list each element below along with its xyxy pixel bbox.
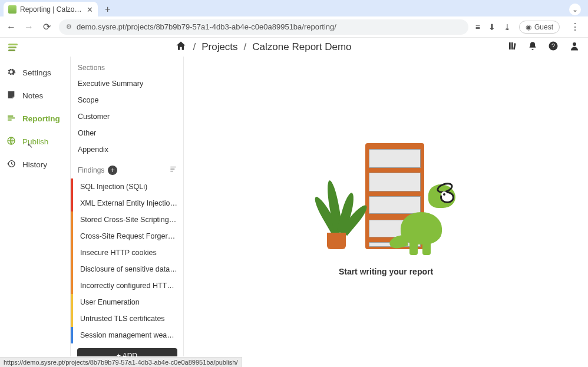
site-info-icon[interactable]: ⚙ <box>66 23 72 31</box>
url-box[interactable]: ⚙ demo.sysre.pt/projects/8b7b9b79-57a1-4… <box>59 19 468 35</box>
finding-item[interactable]: Disclosure of sensitive data in URL ... <box>71 261 183 277</box>
home-icon[interactable] <box>175 40 187 55</box>
add-finding-button[interactable]: + <box>108 166 117 175</box>
finding-item[interactable]: User Enumeration <box>71 294 183 310</box>
nav-label: Notes <box>22 91 43 100</box>
nav-publish[interactable]: Publish <box>0 130 70 153</box>
finding-item[interactable]: Cross-Site Request Forgery (CSRF) <box>71 228 183 244</box>
section-item[interactable]: Appendix <box>71 141 183 158</box>
gear-icon <box>6 67 16 78</box>
account-icon[interactable] <box>569 41 580 54</box>
findings-heading: Findings <box>78 166 104 174</box>
svg-rect-2 <box>513 43 516 49</box>
breadcrumb-project-name: Calzone Report Demo <box>252 41 351 53</box>
section-item[interactable]: Other <box>71 125 183 141</box>
svg-rect-7 <box>8 117 15 118</box>
address-bar: ← → ⟳ ⚙ demo.sysre.pt/projects/8b7b9b79-… <box>0 16 588 38</box>
nav-label: Publish <box>22 137 48 146</box>
section-item[interactable]: Scope <box>71 92 183 108</box>
svg-point-5 <box>573 42 576 46</box>
tune-icon[interactable]: ≡ <box>475 22 480 32</box>
close-tab-icon[interactable]: ✕ <box>87 5 93 14</box>
section-item[interactable]: Executive Summary <box>71 75 183 92</box>
finding-item[interactable]: Untrusted TLS certificates <box>71 310 183 327</box>
bell-icon[interactable] <box>528 41 537 53</box>
app-header: / Projects / Calzone Report Demo ? <box>0 38 588 57</box>
breadcrumb-projects[interactable]: Projects <box>201 41 237 53</box>
nav-settings[interactable]: Settings <box>0 61 70 84</box>
section-item[interactable]: Customer <box>71 108 183 125</box>
url-text: demo.sysre.pt/projects/8b7b9b79-57a1-4db… <box>77 22 461 31</box>
sidebar-nav: Settings Notes Reporting Publish History <box>0 57 71 356</box>
favicon-icon <box>8 5 16 14</box>
sort-findings-icon[interactable] <box>169 165 177 175</box>
nav-reporting[interactable]: Reporting <box>0 107 70 130</box>
download-icon[interactable]: ⬇ <box>488 22 495 32</box>
forward-button[interactable]: → <box>24 22 34 32</box>
svg-text:?: ? <box>551 42 555 49</box>
svg-rect-8 <box>8 120 12 121</box>
findings-header: Findings + <box>71 158 183 178</box>
breadcrumb-sep: / <box>193 41 196 53</box>
finding-item[interactable]: XML External Entity Injection (XXE) <box>71 195 183 211</box>
bookshelf-icon[interactable] <box>508 41 517 53</box>
status-bar: https://demo.sysre.pt/projects/8b7b9b79-… <box>0 357 242 367</box>
nav-label: History <box>22 160 47 169</box>
nav-label: Settings <box>22 68 51 77</box>
add-finding-large-button[interactable]: + ADD <box>77 348 177 356</box>
finding-item[interactable]: Session management weaknesses <box>71 327 183 343</box>
tabs-dropdown-icon[interactable]: ⌄ <box>569 4 581 15</box>
app-logo-icon[interactable] <box>8 42 19 52</box>
placeholder-illustration <box>315 137 457 255</box>
nav-label: Reporting <box>22 114 60 123</box>
back-button[interactable]: ← <box>6 22 16 32</box>
finding-item[interactable]: SQL Injection (SQLi) <box>71 178 183 195</box>
address-bar-actions: ≡ ⬇ ⤓ ◉ Guest ⋮ <box>475 21 582 34</box>
workspace: Settings Notes Reporting Publish History <box>0 57 588 356</box>
browser-tab[interactable]: Reporting | Calzone Report D ✕ <box>4 2 98 17</box>
finding-item[interactable]: Incorrectly configured HTTP securi... <box>71 277 183 294</box>
sections-panel: Sections Executive Summary Scope Custome… <box>71 57 184 356</box>
browser-chrome: Reporting | Calzone Report D ✕ + ⌄ <box>0 0 588 16</box>
svg-rect-12 <box>170 168 174 169</box>
profile-chip[interactable]: ◉ Guest <box>519 21 560 34</box>
main-pane: Start writing your report <box>184 57 588 356</box>
svg-rect-13 <box>170 171 173 171</box>
history-icon <box>6 159 16 170</box>
browser-menu-icon[interactable]: ⋮ <box>568 21 582 32</box>
help-icon[interactable]: ? <box>548 41 559 54</box>
nav-notes[interactable]: Notes <box>0 84 70 107</box>
reload-button[interactable]: ⟳ <box>41 21 52 32</box>
note-icon <box>6 90 16 101</box>
finding-item[interactable]: Stored Cross-Site Scripting (XSS) <box>71 211 183 228</box>
svg-rect-0 <box>509 42 511 49</box>
breadcrumb-sep: / <box>244 41 247 53</box>
globe-icon <box>6 136 16 147</box>
svg-rect-11 <box>170 167 176 167</box>
sections-heading: Sections <box>71 61 183 75</box>
bars-icon <box>6 113 16 124</box>
tab-title: Reporting | Calzone Report D <box>20 5 83 14</box>
person-icon: ◉ <box>526 23 531 31</box>
tab-bar: Reporting | Calzone Report D ✕ + ⌄ <box>0 0 588 16</box>
svg-rect-6 <box>8 115 13 117</box>
header-actions: ? <box>508 41 580 54</box>
nav-history[interactable]: History <box>0 153 70 176</box>
svg-rect-1 <box>511 42 513 49</box>
install-icon[interactable]: ⤓ <box>504 22 511 32</box>
profile-chip-label: Guest <box>534 23 553 31</box>
placeholder-text: Start writing your report <box>339 267 433 276</box>
finding-item[interactable]: Insecure HTTP cookies <box>71 244 183 261</box>
new-tab-button[interactable]: + <box>101 4 114 15</box>
breadcrumb: / Projects / Calzone Report Demo <box>19 40 508 55</box>
